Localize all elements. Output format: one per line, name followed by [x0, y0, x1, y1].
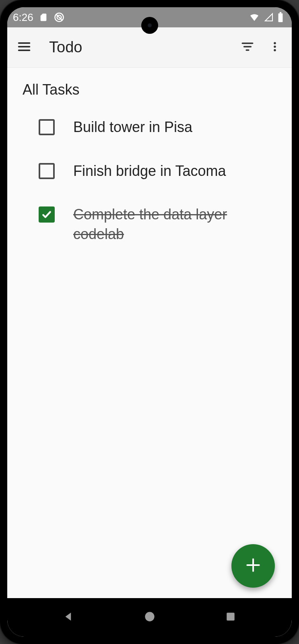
filter-button[interactable]	[235, 35, 260, 60]
navigation-bar	[7, 598, 292, 637]
hamburger-icon	[17, 39, 31, 56]
overflow-button[interactable]	[263, 35, 287, 60]
plus-icon	[244, 556, 262, 576]
more-vert-icon	[269, 41, 281, 54]
filter-icon	[241, 40, 254, 55]
task-label: Build tower in Pisa	[73, 118, 276, 137]
svg-point-12	[274, 45, 276, 48]
task-row[interactable]: Finish bridge in Tacoma	[7, 149, 292, 193]
battery-icon	[277, 12, 284, 23]
svg-rect-17	[227, 613, 235, 621]
nav-back-button[interactable]	[48, 605, 89, 630]
camera-cutout	[141, 17, 158, 34]
content-area: All Tasks Build tower in Pisa Finish bri…	[7, 68, 292, 598]
svg-rect-3	[278, 13, 283, 22]
nav-recents-button[interactable]	[210, 605, 251, 630]
status-time: 6:26	[13, 11, 33, 24]
do-not-disturb-icon	[54, 12, 65, 23]
cell-signal-icon	[264, 12, 274, 22]
home-circle-icon	[144, 611, 155, 624]
task-checkbox[interactable]	[39, 119, 55, 135]
task-row[interactable]: Build tower in Pisa	[7, 105, 292, 149]
task-checkbox[interactable]	[39, 206, 55, 223]
recents-square-icon	[225, 611, 236, 623]
svg-point-16	[145, 612, 154, 621]
svg-point-11	[274, 42, 276, 44]
device-frame: 6:26	[0, 0, 299, 644]
sd-card-icon	[39, 12, 48, 23]
section-title: All Tasks	[7, 79, 292, 105]
nav-home-button[interactable]	[130, 605, 170, 630]
task-row[interactable]: Complete the data layer codelab	[7, 193, 292, 256]
svg-point-13	[274, 49, 276, 52]
svg-rect-4	[280, 12, 281, 13]
add-task-fab[interactable]	[231, 544, 275, 588]
task-label: Finish bridge in Tacoma	[73, 161, 276, 181]
task-label: Complete the data layer codelab	[73, 205, 276, 244]
wifi-icon	[248, 12, 260, 22]
back-triangle-icon	[62, 611, 74, 624]
task-checkbox[interactable]	[39, 163, 55, 179]
menu-button[interactable]	[12, 35, 36, 60]
app-title: Todo	[49, 39, 232, 56]
screen: 6:26	[7, 7, 292, 637]
